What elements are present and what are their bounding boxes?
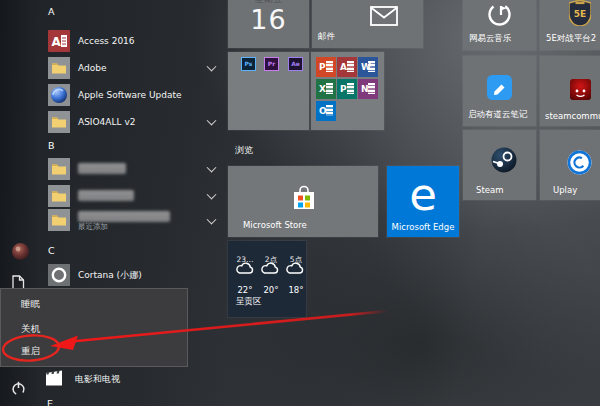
tile-label: steamcommunity — [545, 111, 600, 121]
app-label: Access 2016 — [78, 30, 135, 52]
tile-calendar[interactable]: 星期五 16 — [228, 0, 309, 48]
tile-5e-arena[interactable]: 5E 5E对战平台2 — [540, 0, 600, 50]
tile-publisher[interactable]: P — [337, 79, 357, 99]
folder-icon — [48, 158, 70, 180]
aftereffects-icon[interactable]: Ae — [288, 57, 303, 71]
powerpoint-letter: P — [319, 62, 326, 72]
weather-temp-2: 20° — [263, 285, 278, 295]
app-item-movies-tv[interactable]: 电影和电视 — [36, 369, 225, 389]
section-header-a[interactable]: A — [48, 6, 55, 17]
app-label: 电影和电视 — [75, 369, 120, 389]
chevron-down-icon[interactable] — [207, 116, 217, 126]
cloud-icon — [259, 261, 281, 275]
premiere-icon[interactable]: Pr — [264, 57, 279, 71]
access-letter: A — [340, 62, 347, 72]
tile-group-office[interactable]: P A W X P N O — [311, 52, 384, 130]
tile-label: 5E对战平台2 — [546, 33, 596, 45]
app-label: ASIO4ALL v2 — [78, 111, 135, 133]
app-item-adobe[interactable]: Adobe — [36, 57, 225, 79]
user-avatar[interactable] — [12, 243, 29, 260]
tile-microsoft-store[interactable]: Microsoft Store — [228, 166, 378, 237]
section-header-e[interactable]: E — [47, 398, 53, 406]
tile-netease-music[interactable]: 网易云音乐 — [463, 0, 536, 50]
publisher-letter: P — [340, 84, 347, 94]
calendar-day: 16 — [228, 4, 309, 35]
chevron-down-icon[interactable] — [207, 215, 217, 225]
doc-glyph — [368, 83, 375, 94]
access-2016-icon: A — [48, 30, 70, 52]
doc-glyph — [326, 105, 333, 116]
app-item-asio4all[interactable]: ASIO4ALL v2 — [36, 111, 225, 133]
folder-icon — [48, 209, 70, 231]
section-header-b[interactable]: B — [48, 140, 55, 151]
tile-section-browse[interactable]: 浏览 — [235, 144, 253, 157]
tile-microsoft-edge[interactable]: e Microsoft Edge — [387, 166, 459, 237]
5e-logo-text: 5E — [574, 9, 586, 19]
menu-item-shutdown[interactable]: 关机 — [21, 323, 40, 336]
censored-app-name — [78, 163, 126, 174]
tile-outlook[interactable]: O — [316, 101, 336, 121]
doc-glyph — [368, 61, 375, 72]
excel-letter: X — [319, 84, 326, 94]
weather-temp-3: 18° — [288, 285, 303, 295]
recently-added-label: 最近添加 — [78, 222, 108, 232]
tile-label: 邮件 — [318, 31, 335, 43]
photoshop-icon[interactable]: Ps — [241, 57, 256, 71]
tile-label: 启动有道云笔记 — [468, 109, 528, 121]
chevron-down-icon[interactable] — [207, 190, 217, 200]
app-label: Adobe — [78, 57, 106, 79]
doc-glyph — [347, 83, 354, 94]
tile-excel[interactable]: X — [316, 79, 336, 99]
movies-tv-icon — [45, 369, 63, 387]
folder-icon — [48, 185, 70, 207]
menu-item-restart[interactable]: 重启 — [21, 345, 40, 358]
app-item-censored-3[interactable]: 最近添加 — [36, 209, 225, 233]
tile-label: Microsoft Store — [243, 220, 307, 230]
tile-onenote[interactable]: N — [358, 79, 378, 99]
tile-word[interactable]: W — [358, 57, 378, 77]
tile-label: Uplay — [553, 185, 577, 195]
tile-access[interactable]: A — [337, 57, 357, 77]
cloud-icon — [284, 261, 306, 275]
microsoft-store-icon — [292, 183, 316, 213]
steam-icon — [491, 147, 517, 173]
tile-youdao-note[interactable]: 启动有道云笔记 — [463, 56, 536, 126]
censored-app-name — [78, 211, 170, 222]
mail-icon — [370, 5, 398, 27]
netease-music-icon — [486, 1, 513, 28]
app-item-apple-software-update[interactable]: Apple Software Update — [36, 84, 225, 106]
tile-label: Microsoft Edge — [387, 222, 459, 232]
tile-label: Steam — [476, 185, 503, 195]
tile-steamcommunity[interactable]: steamcommunity — [540, 56, 600, 126]
power-button-icon[interactable] — [11, 381, 26, 396]
tile-uplay[interactable]: Uplay — [540, 130, 600, 200]
doc-glyph — [326, 61, 333, 72]
folder-icon — [48, 57, 70, 79]
censored-app-name — [78, 190, 134, 201]
menu-item-sleep[interactable]: 睡眠 — [21, 298, 40, 311]
tile-group-adobe[interactable]: Ps Pr Ae — [228, 52, 309, 130]
app-item-censored-2[interactable] — [36, 185, 225, 207]
doc-glyph — [347, 61, 354, 72]
tile-weather[interactable]: 23… 2点 5点 22° 20° 18° 呈贡区 — [228, 241, 306, 317]
chevron-down-icon[interactable] — [207, 62, 217, 72]
tile-powerpoint[interactable]: P — [316, 57, 336, 77]
uplay-icon — [567, 150, 592, 175]
apple-software-update-icon — [48, 84, 70, 106]
weather-temp-1: 22° — [237, 285, 252, 295]
tile-mail[interactable]: 邮件 — [312, 0, 423, 48]
weather-location: 呈贡区 — [236, 296, 262, 308]
app-item-censored-1[interactable] — [36, 158, 225, 180]
tile-label: 网易云音乐 — [469, 33, 512, 45]
app-label: Cortana (小娜) — [78, 264, 142, 286]
steamcommunity-icon — [570, 79, 591, 100]
cloud-icon — [234, 261, 256, 275]
tile-steam[interactable]: Steam — [463, 130, 536, 200]
5e-arena-icon: 5E — [569, 0, 591, 26]
app-item-cortana[interactable]: Cortana (小娜) — [36, 264, 225, 286]
app-item-access-2016[interactable]: A Access 2016 — [36, 30, 225, 52]
section-header-c[interactable]: C — [48, 245, 55, 256]
chevron-down-icon[interactable] — [207, 163, 217, 173]
power-flyout-menu: 睡眠 关机 重启 — [0, 288, 188, 367]
cortana-icon — [48, 264, 70, 286]
